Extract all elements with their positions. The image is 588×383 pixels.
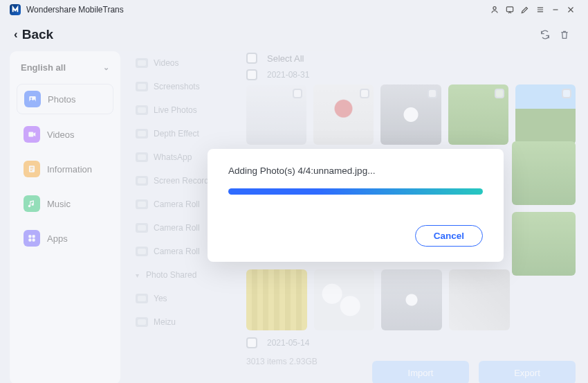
category-label: Screenshots [154, 82, 200, 91]
folder-icon [136, 82, 148, 91]
checkbox[interactable] [562, 89, 571, 98]
folder-icon [136, 105, 148, 115]
app-logo-icon [10, 4, 21, 15]
refresh-button[interactable] [535, 25, 555, 44]
checkbox[interactable] [246, 69, 257, 80]
svg-point-3 [30, 98, 32, 99]
action-buttons: Import Export [372, 361, 576, 383]
thumbnail-grid [246, 84, 576, 145]
chevron-left-icon: ‹ [14, 28, 18, 42]
videos-icon [24, 126, 40, 143]
checkbox[interactable] [360, 89, 369, 98]
music-icon [24, 195, 40, 212]
thumbnail[interactable] [313, 84, 374, 145]
thumbnail[interactable] [512, 212, 576, 276]
folder-icon [136, 58, 148, 68]
sidebar: English all ⌄ Photos Videos Information … [10, 51, 120, 383]
sidebar-item-label: Music [47, 199, 71, 209]
chevron-down-icon: ⌄ [103, 63, 109, 72]
svg-rect-7 [33, 235, 35, 238]
app-title: Wondershare MobileTrans [26, 5, 124, 15]
thumbnail[interactable] [515, 84, 576, 145]
sidebar-item-label: Apps [47, 233, 68, 244]
category-item[interactable]: Screenshots [130, 78, 234, 96]
feedback-icon[interactable] [502, 2, 517, 17]
category-label: Camera Roll [154, 223, 200, 233]
progress-bar-fill [228, 188, 483, 195]
import-button[interactable]: Import [372, 361, 469, 383]
folder-icon [136, 152, 148, 162]
photos-icon [24, 91, 41, 107]
date-group[interactable]: 2021-05-14 [246, 336, 576, 353]
thumbnail-grid [246, 269, 510, 330]
sidebar-item-information[interactable]: Information [17, 154, 113, 184]
svg-rect-1 [506, 7, 513, 12]
information-icon [24, 161, 40, 177]
side-thumbnails [512, 141, 576, 276]
sidebar-item-music[interactable]: Music [17, 189, 113, 218]
account-icon[interactable] [487, 2, 502, 17]
category-label: Meizu [154, 317, 176, 327]
sidebar-item-apps[interactable]: Apps [17, 224, 113, 253]
thumbnail[interactable] [380, 84, 441, 145]
export-button[interactable]: Export [479, 361, 576, 383]
date-group[interactable]: 2021-08-31 [246, 68, 576, 84]
sidebar-item-photos[interactable]: Photos [17, 84, 113, 114]
language-selector[interactable]: English all ⌄ [17, 60, 113, 78]
back-label: Back [22, 27, 53, 42]
category-label: Camera Roll [154, 199, 200, 209]
checkbox[interactable] [495, 89, 504, 98]
thumbnail[interactable] [381, 269, 442, 330]
category-label: Yes [154, 294, 167, 303]
language-label: English all [21, 62, 66, 73]
thumbnail[interactable] [449, 269, 510, 330]
folder-icon [136, 199, 148, 209]
apps-icon [24, 230, 40, 247]
checkbox[interactable] [293, 89, 302, 98]
select-all-row[interactable]: Select All [246, 51, 576, 68]
category-item[interactable]: Depth Effect [130, 125, 234, 143]
caret-down-icon: ▾ [136, 271, 139, 279]
category-label: Depth Effect [154, 129, 199, 139]
category-item[interactable]: Videos [130, 54, 234, 72]
category-label: Camera Roll [154, 247, 200, 256]
svg-rect-9 [33, 239, 35, 242]
folder-icon [136, 294, 148, 303]
svg-rect-6 [28, 235, 31, 238]
button-label: Export [514, 368, 540, 378]
button-label: Cancel [434, 231, 464, 241]
category-item[interactable]: Yes [130, 290, 234, 308]
category-item[interactable]: Live Photos [130, 101, 234, 119]
category-label: Photo Shared [146, 270, 196, 280]
thumbnail[interactable] [246, 269, 307, 330]
category-label: Videos [154, 58, 178, 68]
sidebar-item-videos[interactable]: Videos [17, 120, 113, 149]
cancel-button[interactable]: Cancel [415, 225, 483, 247]
category-item[interactable]: ▾Photo Shared [130, 266, 234, 284]
select-all-label: Select All [267, 53, 304, 64]
folder-icon [136, 247, 148, 256]
category-label: Live Photos [154, 105, 197, 115]
sidebar-item-label: Videos [47, 130, 75, 140]
menu-icon[interactable] [533, 2, 548, 17]
date-label: 2021-05-14 [267, 338, 309, 348]
checkbox[interactable] [428, 89, 437, 98]
thumbnail[interactable] [314, 269, 375, 330]
progress-bar-track [228, 188, 483, 195]
close-icon[interactable] [563, 2, 578, 17]
folder-icon [136, 176, 148, 186]
delete-button[interactable] [555, 25, 574, 44]
button-label: Import [408, 368, 434, 378]
checkbox[interactable] [246, 337, 257, 348]
edit-icon[interactable] [517, 2, 533, 17]
minimize-icon[interactable] [548, 2, 563, 17]
sidebar-item-label: Photos [48, 94, 75, 105]
back-button[interactable]: ‹ Back [14, 27, 53, 42]
checkbox[interactable] [246, 53, 257, 64]
progress-message: Adding Photo(s) 4/4:unnamed.jpg... [228, 166, 483, 176]
thumbnail[interactable] [512, 141, 576, 205]
category-item[interactable]: Meizu [130, 313, 234, 331]
thumbnail[interactable] [246, 84, 306, 145]
progress-dialog: Adding Photo(s) 4/4:unnamed.jpg... Cance… [208, 149, 504, 262]
thumbnail[interactable] [448, 84, 508, 145]
